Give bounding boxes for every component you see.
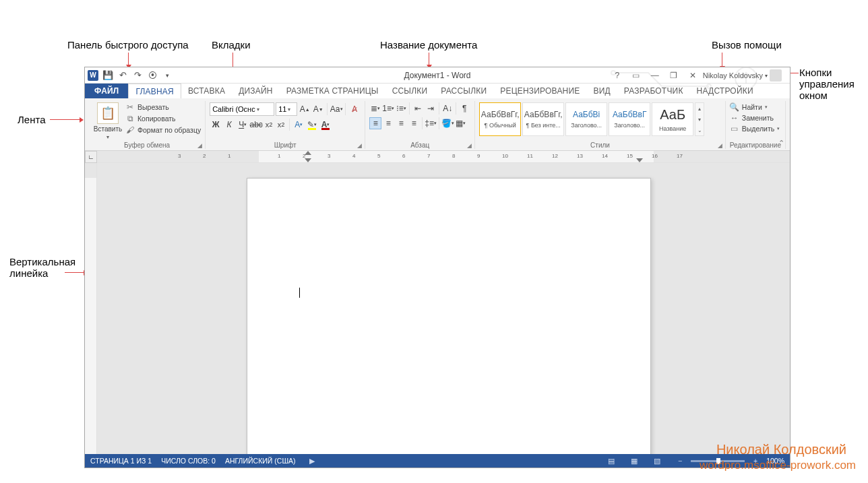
redo-icon[interactable]: ↷: [132, 70, 143, 81]
vertical-ruler[interactable]: [85, 163, 97, 454]
style-normal[interactable]: АаБбВвГг,¶ Обычный: [479, 102, 521, 136]
tab-page-layout[interactable]: РАЗМЕТКА СТРАНИЦЫ: [280, 84, 385, 98]
font-color-button[interactable]: A▾: [319, 119, 332, 131]
status-language[interactable]: АНГЛИЙСКИЙ (США): [225, 457, 296, 465]
cut-button[interactable]: ✂Вырезать: [125, 102, 201, 112]
font-size-combo[interactable]: 11▾: [276, 102, 297, 116]
find-button[interactable]: 🔍Найти▾: [730, 102, 780, 112]
copy-button[interactable]: ⧉Копировать: [125, 114, 201, 123]
strikethrough-button[interactable]: abc: [250, 119, 262, 131]
tab-file[interactable]: ФАЙЛ: [85, 84, 128, 98]
line-spacing-button[interactable]: ‡≡▾: [425, 117, 437, 129]
save-icon[interactable]: 💾: [102, 70, 113, 81]
tab-developer[interactable]: РАЗРАБОТЧИК: [617, 84, 690, 98]
shrink-font-button[interactable]: A▼: [312, 103, 324, 115]
close-button[interactable]: ✕: [684, 69, 702, 82]
user-account[interactable]: Nikolay Koldovsky▾: [703, 69, 782, 82]
horizontal-ruler[interactable]: 3211234567891011121314151617: [97, 151, 790, 163]
subscript-button[interactable]: x2: [264, 119, 274, 130]
italic-button[interactable]: К: [223, 119, 235, 131]
touch-mode-icon[interactable]: ⦿: [147, 70, 158, 81]
ribbon-tabs: ФАЙЛ ГЛАВНАЯ ВСТАВКА ДИЗАЙН РАЗМЕТКА СТР…: [85, 84, 790, 98]
style-no-spacing[interactable]: АаБбВвГг,¶ Без инте...: [522, 102, 564, 136]
clipboard-dialog-launcher[interactable]: ◢: [197, 142, 202, 149]
print-layout-button[interactable]: ▦: [627, 455, 641, 466]
decrease-indent-button[interactable]: ⇤: [412, 102, 424, 115]
styles-more-button[interactable]: ▴▾⌄: [695, 102, 704, 136]
zoom-out-button[interactable]: −: [673, 455, 687, 466]
show-marks-button[interactable]: ¶: [458, 102, 470, 115]
group-font: Calibri (Оснс▾ 11▾ A▲ A▼ Aa▾ A̷ Ж К Ч▾ a…: [206, 101, 365, 149]
grow-font-button[interactable]: A▲: [299, 103, 311, 115]
select-label: Выделить: [742, 125, 774, 133]
user-name-label: Nikolay Koldovsky: [703, 71, 763, 79]
highlight-button[interactable]: ✎▾: [306, 119, 318, 131]
ruler-tick: 5: [377, 153, 380, 159]
ruler-tick: 3: [178, 153, 181, 159]
tab-home[interactable]: ГЛАВНАЯ: [128, 84, 181, 99]
ruler-tick: 1: [278, 153, 280, 159]
web-layout-button[interactable]: ▧: [650, 455, 664, 466]
status-page[interactable]: СТРАНИЦА 1 ИЗ 1: [90, 457, 152, 465]
collapse-ribbon-button[interactable]: ⌃: [778, 139, 784, 148]
ruler-tick: 1: [228, 153, 230, 159]
styles-dialog-launcher[interactable]: ◢: [718, 142, 722, 149]
tab-addins[interactable]: НАДСТРОЙКИ: [690, 84, 760, 98]
macro-record-icon[interactable]: ▶: [305, 455, 319, 466]
status-word-count[interactable]: ЧИСЛО СЛОВ: 0: [161, 457, 216, 465]
maximize-button[interactable]: ❐: [665, 69, 683, 82]
tab-review[interactable]: РЕЦЕНЗИРОВАНИЕ: [493, 84, 586, 98]
ruler-tick: 4: [352, 153, 355, 159]
font-name-combo[interactable]: Calibri (Оснс▾: [210, 102, 274, 116]
superscript-button[interactable]: x2: [276, 119, 286, 130]
style-heading1[interactable]: АаБбВіЗаголово...: [565, 102, 607, 136]
font-dialog-launcher[interactable]: ◢: [357, 142, 362, 149]
style-title[interactable]: АаБНазвание: [652, 102, 693, 136]
ruler-tick: 8: [452, 153, 455, 159]
tab-insert[interactable]: ВСТАВКА: [181, 84, 232, 98]
read-mode-button[interactable]: ▤: [604, 455, 618, 466]
change-case-button[interactable]: Aa▾: [330, 103, 342, 115]
ruler-tick: 13: [577, 153, 583, 159]
select-button[interactable]: ▭Выделить▾: [730, 124, 780, 133]
format-painter-button[interactable]: 🖌Формат по образцу: [125, 125, 201, 135]
numbering-button[interactable]: 1≡▾: [382, 102, 394, 115]
align-right-button[interactable]: ≡: [395, 117, 407, 129]
document-page[interactable]: [247, 178, 651, 454]
help-button[interactable]: ?: [609, 69, 626, 82]
style-heading2[interactable]: АаБбВвГЗаголово...: [609, 102, 650, 136]
replace-button[interactable]: ↔Заменить: [730, 113, 780, 123]
undo-icon[interactable]: ↶: [117, 70, 128, 81]
tab-design[interactable]: ДИЗАЙН: [232, 84, 280, 98]
qat-customize-icon[interactable]: ▾: [162, 70, 173, 81]
ribbon-display-button[interactable]: ▭: [627, 69, 645, 82]
scissors-icon: ✂: [125, 102, 135, 112]
clear-formatting-button[interactable]: A̷: [348, 103, 361, 115]
tab-mailings[interactable]: РАССЫЛКИ: [434, 84, 493, 98]
group-clipboard: 📋 Вставить ▾ ✂Вырезать ⧉Копировать 🖌Форм…: [89, 101, 206, 149]
sort-button[interactable]: A↓: [441, 102, 454, 115]
tab-selector[interactable]: ∟: [85, 151, 97, 163]
ruler-tick: 7: [427, 153, 430, 159]
bold-button[interactable]: Ж: [210, 119, 222, 131]
group-clipboard-label: Буфер обмена: [124, 141, 170, 149]
group-editing: 🔍Найти▾ ↔Заменить ▭Выделить▾ Редактирова…: [726, 101, 786, 149]
paste-button[interactable]: 📋 Вставить ▾: [93, 102, 123, 140]
copy-icon: ⧉: [125, 114, 135, 123]
text-effects-button[interactable]: A▾: [292, 119, 305, 131]
align-center-button[interactable]: ≡: [382, 117, 394, 129]
borders-button[interactable]: ▦▾: [454, 117, 466, 129]
multilevel-list-button[interactable]: ⁝≡▾: [395, 102, 407, 115]
increase-indent-button[interactable]: ⇥: [425, 102, 437, 115]
paragraph-dialog-launcher[interactable]: ◢: [467, 142, 472, 149]
tab-view[interactable]: ВИД: [587, 84, 617, 98]
justify-button[interactable]: ≡: [408, 117, 420, 129]
underline-button[interactable]: Ч▾: [237, 119, 249, 131]
title-bar: W 💾 ↶ ↷ ⦿ ▾ Документ1 - Word ? ▭ — ❐ ✕ N…: [85, 67, 790, 84]
bullets-button[interactable]: ≣▾: [369, 102, 381, 115]
minimize-button[interactable]: —: [646, 69, 664, 82]
ruler-tick: 10: [502, 153, 508, 159]
align-left-button[interactable]: ≡: [369, 117, 381, 129]
shading-button[interactable]: 🪣▾: [441, 117, 454, 129]
tab-references[interactable]: ССЫЛКИ: [385, 84, 435, 98]
